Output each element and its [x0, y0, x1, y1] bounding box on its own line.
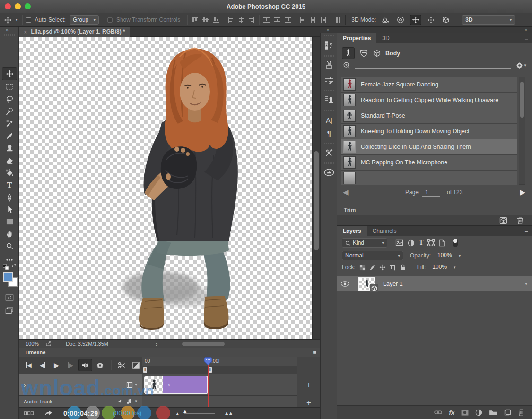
swap-colors-icon[interactable]: [11, 264, 17, 269]
tool-presets-panel-icon[interactable]: [323, 147, 335, 159]
eraser-tool[interactable]: [2, 154, 17, 166]
filter-type-layers-icon[interactable]: T: [419, 239, 423, 247]
distribute-top-icon[interactable]: [263, 17, 270, 23]
layer-styles-fx-icon[interactable]: fx: [449, 409, 454, 416]
tab-properties[interactable]: Properties: [337, 33, 376, 43]
distribute-spacing-icon[interactable]: [335, 17, 341, 24]
3d-roll-icon[interactable]: [395, 15, 406, 25]
horizontal-scroll-thumb[interactable]: [182, 342, 225, 346]
paint-bucket-tool[interactable]: [2, 167, 17, 179]
clip-disclosure-icon[interactable]: ›: [168, 380, 170, 393]
next-page-arrow[interactable]: ▶: [520, 188, 525, 197]
new-adjustment-layer-icon[interactable]: [475, 409, 482, 416]
add-video-track-button[interactable]: +: [304, 380, 314, 390]
video-clip[interactable]: ›: [144, 376, 208, 394]
coordinates-mode-icon[interactable]: [373, 50, 381, 57]
render-video-icon[interactable]: [44, 410, 52, 417]
lock-position-icon[interactable]: [379, 264, 386, 271]
brush-tool[interactable]: [2, 130, 17, 142]
distribute-vcenter-icon[interactable]: [274, 17, 281, 23]
document-canvas[interactable]: [19, 37, 312, 339]
3d-orbit-icon[interactable]: [380, 15, 391, 25]
lock-all-icon[interactable]: [400, 264, 406, 271]
workspace-dropdown[interactable]: 3D ▾: [462, 15, 515, 25]
animation-item[interactable]: Standard T-Pose: [341, 108, 517, 124]
layer-thumbnail[interactable]: [358, 277, 375, 291]
3d-slide-icon[interactable]: [425, 15, 436, 25]
filter-pixel-layers-icon[interactable]: [395, 239, 403, 246]
clone-stamp-tool[interactable]: [2, 142, 17, 154]
layer-row-caret[interactable]: ▾: [525, 282, 527, 286]
show-transform-checkbox[interactable]: [107, 17, 113, 23]
timeline-menu-icon[interactable]: ≡: [313, 349, 316, 356]
auto-select-checkbox[interactable]: [26, 17, 31, 23]
zoom-level[interactable]: 100%: [26, 341, 39, 347]
auto-select-dropdown[interactable]: Group ▾: [70, 15, 99, 25]
canvas-vertical-scrollbar[interactable]: [312, 37, 320, 339]
animation-list-scroll-thumb[interactable]: [520, 82, 524, 118]
video-track-menu-caret[interactable]: ▾: [135, 383, 137, 387]
collapse-panels-icon[interactable]: »: [525, 27, 527, 32]
tab-3d[interactable]: 3D: [376, 33, 395, 43]
align-right-edges-icon[interactable]: [248, 17, 255, 24]
tool-preset-caret[interactable]: ▾: [16, 18, 18, 22]
document-tab[interactable]: × Lila.psd @ 100% (Layer 1, RGB/8) *: [19, 27, 130, 37]
export-icon[interactable]: [45, 341, 52, 347]
3d-scale-icon[interactable]: [440, 15, 452, 25]
timeline-zoom-thumb[interactable]: ▲: [182, 408, 188, 415]
distribute-bottom-icon[interactable]: [285, 17, 292, 23]
track-disclosure-icon[interactable]: ›: [24, 381, 26, 389]
quick-mask-icon[interactable]: [2, 291, 17, 303]
pen-tool[interactable]: [2, 191, 17, 203]
close-document-icon[interactable]: ×: [24, 28, 27, 35]
timeline-zoom-slider[interactable]: ▲: [184, 413, 215, 414]
animation-item-selected[interactable]: Collecting Dice In Cup And Shaking Them: [341, 139, 517, 155]
mute-audio-button[interactable]: [78, 359, 92, 371]
animation-item[interactable]: MC Rapping On The Microphone: [341, 155, 517, 171]
properties-menu-icon[interactable]: ≡: [524, 34, 528, 42]
distribute-hcenter-icon[interactable]: [310, 17, 316, 24]
brushes-panel-icon[interactable]: [323, 60, 335, 71]
previous-frame-button[interactable]: ◀: [36, 359, 48, 371]
align-horizontal-centers-icon[interactable]: [238, 17, 244, 24]
toolbar-expand-icon[interactable]: »: [6, 27, 9, 33]
status-expand-icon[interactable]: ›: [156, 341, 157, 348]
animation-list-scrollbar[interactable]: [519, 77, 525, 185]
brush-settings-panel-icon[interactable]: [323, 75, 335, 86]
paragraph-panel-icon[interactable]: ¶: [323, 128, 335, 140]
distribute-right-icon[interactable]: [320, 17, 327, 24]
doc-size-info[interactable]: Doc: 3.52M/1.35M: [66, 341, 108, 347]
zoom-tool[interactable]: [2, 240, 17, 252]
clone-source-panel-icon[interactable]: [323, 94, 335, 105]
tab-layers[interactable]: Layers: [337, 226, 367, 236]
move-tool[interactable]: [2, 67, 17, 80]
lock-pixels-icon[interactable]: [369, 265, 375, 271]
lock-transparency-icon[interactable]: [359, 265, 366, 271]
animation-settings-gear-icon[interactable]: [516, 62, 523, 69]
animation-mode-icon[interactable]: [342, 47, 355, 59]
history-panel-icon[interactable]: [323, 40, 335, 51]
align-left-edges-icon[interactable]: [227, 17, 234, 24]
playhead-marker[interactable]: [203, 357, 213, 366]
add-audio-track-button[interactable]: +: [304, 398, 314, 408]
animation-item[interactable]: Female Jazz Square Dancing: [341, 77, 517, 93]
lasso-tool[interactable]: [2, 93, 17, 105]
frame-animation-icon[interactable]: [24, 411, 34, 415]
audio-note-icon[interactable]: [127, 398, 132, 404]
opacity-caret[interactable]: ▾: [459, 254, 461, 258]
first-frame-button[interactable]: ◀: [23, 359, 35, 371]
default-colors-icon[interactable]: [3, 264, 9, 270]
transition-icon[interactable]: [130, 359, 142, 371]
collapse-strip-icon[interactable]: «: [327, 27, 329, 32]
character-panel-icon[interactable]: A|: [323, 114, 335, 126]
work-area-start-handle[interactable]: ‖: [143, 367, 147, 373]
path-selection-tool[interactable]: [2, 204, 17, 215]
align-vertical-centers-icon[interactable]: [202, 17, 209, 23]
search-animations-input[interactable]: [355, 61, 511, 69]
eyedropper-tool[interactable]: [2, 118, 17, 129]
fill-caret[interactable]: ▾: [454, 265, 456, 270]
play-button[interactable]: ▶: [51, 359, 62, 371]
zoom-out-timeline-icon[interactable]: ▲: [175, 411, 179, 416]
move-tool-icon[interactable]: [4, 16, 12, 24]
new-group-folder-icon[interactable]: [489, 410, 497, 416]
